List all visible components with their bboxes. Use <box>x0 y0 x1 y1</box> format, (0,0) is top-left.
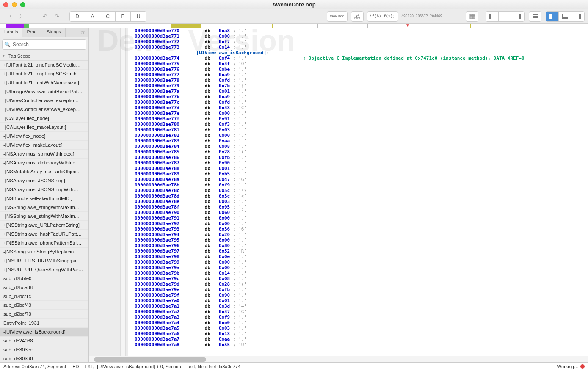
label-item[interactable]: -[UIViewController setAwe_excep… <box>0 105 88 114</box>
asm-line[interactable]: 000000000d3ae772 db 0xf7 ; '.' <box>135 39 588 45</box>
label-item[interactable]: sub_d5303d0 <box>0 354 88 362</box>
asm-line[interactable]: 000000000d3ae789 db 0xb5 ; '.' <box>135 171 588 177</box>
label-item[interactable]: -[CALayer flex_node] <box>0 114 88 123</box>
asm-line[interactable]: 000000000d3ae786 db 0xfb ; '.' <box>135 155 588 160</box>
asm-line[interactable]: 000000000d3ae78a db 0x47 ; 'G' <box>135 177 588 182</box>
asm-line[interactable]: 000000000d3ae780 db 0xf3 ; '.' <box>135 122 588 127</box>
asm-line[interactable]: 000000000d3ae78f db 0x95 ; '.' <box>135 204 588 210</box>
label-item[interactable]: -[NSBundle setFakedBundleID:] <box>0 194 88 203</box>
asm-line[interactable]: 000000000d3ae78b db 0xf9 ; '.' <box>135 182 588 188</box>
forward-button[interactable]: 〉 <box>16 11 28 22</box>
label-item[interactable]: -[UIView awe_isBackground] <box>0 328 88 337</box>
label-item[interactable]: sub_d5303cc <box>0 345 88 354</box>
favorites-button[interactable]: ☆ <box>77 28 88 37</box>
asm-line[interactable]: 000000000d3ae77d db 0x43 ; 'C' <box>135 105 588 111</box>
asm-line[interactable]: 000000000d3ae781 db 0x03 ; '.' <box>135 127 588 133</box>
label-item[interactable]: EntryPoint_1931 <box>0 319 88 328</box>
asm-line[interactable]: 000000000d3ae7a7 db 0xaa ; '.' <box>135 337 588 342</box>
layout-3[interactable] <box>511 12 524 21</box>
asm-line[interactable]: 000000000d3ae771 db 0x00 ; '.' <box>135 33 588 39</box>
asm-line[interactable]: 000000000d3ae774 db 0xf4 ; '.' ; Objecti… <box>135 56 588 61</box>
cpu-button[interactable]: ▦ <box>466 11 478 22</box>
asm-line[interactable]: 000000000d3ae77c db 0xfd ; '.' <box>135 100 588 105</box>
asm-line[interactable]: 000000000d3ae77b db 0xa9 ; '.' <box>135 94 588 100</box>
layout-2[interactable] <box>499 12 511 21</box>
label-item[interactable]: -[NSArray mus_JSONString] <box>0 176 88 185</box>
label-item[interactable]: +[UIFont tc21_fontWithName:size:] <box>0 78 88 87</box>
asm-line[interactable]: 000000000d3ae770 db 0xa8 ; '.' <box>135 28 588 33</box>
asm-line[interactable]: 000000000d3ae78d db 0x3c ; '<' <box>135 193 588 199</box>
layout-1[interactable] <box>486 12 499 21</box>
asm-line[interactable]: 000000000d3ae79e db 0xfb ; '.' <box>135 287 588 292</box>
asm-line[interactable]: 000000000d3ae773 db 0x14 ; '.' <box>135 45 588 50</box>
tag-scope[interactable]: Tag Scope <box>0 52 88 61</box>
zoom-window[interactable] <box>20 2 25 7</box>
scrollbar-thumb[interactable] <box>94 357 206 362</box>
asm-line[interactable]: 000000000d3ae793 db 0x36 ; '6' <box>135 226 588 232</box>
asm-line[interactable]: 000000000d3ae7a4 db 0xe0 ; '.' <box>135 320 588 325</box>
panel-bottom[interactable] <box>559 12 571 21</box>
asm-line[interactable]: 000000000d3ae79a db 0x00 ; '.' <box>135 265 588 270</box>
label-item[interactable]: -[NSArray mus_dictionaryWithInd… <box>0 159 88 167</box>
asm-line[interactable]: 000000000d3ae776 db 0xbe ; '.' <box>135 67 588 72</box>
undo-button[interactable]: ↶ <box>40 11 50 22</box>
close-window[interactable] <box>3 2 8 7</box>
label-item[interactable]: -[NSArray mus_JSONStringWith… <box>0 185 88 194</box>
asm-line[interactable]: 000000000d3ae797 db 0x52 ; 'R' <box>135 248 588 254</box>
label-item[interactable]: -[UIView flex_makeLayout:] <box>0 141 88 150</box>
asm-line[interactable]: -[UIView awe_isBackground]: <box>135 50 588 56</box>
asm-line[interactable]: 000000000d3ae788 db 0x01 ; '.' <box>135 166 588 171</box>
label-item[interactable]: sub_d2bcf70 <box>0 310 88 319</box>
asm-line[interactable]: 000000000d3ae79f db 0x90 ; '.' <box>135 292 588 298</box>
search-input[interactable] <box>2 39 86 50</box>
label-item[interactable]: +[UIFont tc21_pingFangSCMediu… <box>0 61 88 70</box>
asm-line[interactable]: 000000000d3ae785 db 0x28 ; '(' <box>135 149 588 155</box>
mode-u[interactable]: U <box>131 12 146 21</box>
panel-right[interactable] <box>571 12 584 21</box>
asm-line[interactable]: 000000000d3ae77e db 0x00 ; '.' <box>135 111 588 116</box>
label-item[interactable]: -[NSMutableArray mus_addObjec… <box>0 167 88 176</box>
asm-line[interactable]: 000000000d3ae790 db 0x60 ; '`' <box>135 210 588 215</box>
panel-left[interactable] <box>546 12 559 21</box>
label-item[interactable]: -[UIImageView awe_addBezierPat… <box>0 87 88 96</box>
minimap[interactable]: ▼ <box>0 24 588 28</box>
asm-line[interactable]: 000000000d3ae7a2 db 0x47 ; 'G' <box>135 309 588 314</box>
redo-button[interactable]: ↷ <box>52 11 62 22</box>
asm-line[interactable]: 000000000d3ae7a1 db 0x3d ; '=' <box>135 303 588 309</box>
asm-line[interactable]: 000000000d3ae779 db 0x7b ; '{' <box>135 83 588 89</box>
asm-line[interactable]: 000000000d3ae79c db 0x08 ; '.' <box>135 276 588 281</box>
asm-line[interactable]: 000000000d3ae777 db 0xa9 ; '.' <box>135 72 588 78</box>
label-item[interactable]: +[NSURL URLQueryStringWithPar… <box>0 265 88 274</box>
asm-line[interactable]: 000000000d3ae78e db 0x03 ; '.' <box>135 199 588 204</box>
mode-d[interactable]: D <box>70 12 85 21</box>
asm-line[interactable]: 000000000d3ae7a5 db 0x03 ; '.' <box>135 325 588 331</box>
pseudocode-button[interactable]: if(b) f(x); <box>367 11 398 22</box>
asm-line[interactable]: 000000000d3ae7a3 db 0xf9 ; '.' <box>135 314 588 320</box>
tab-proc[interactable]: Proc. <box>22 28 42 37</box>
asm-line[interactable]: 000000000d3ae799 db 0x00 ; '.' <box>135 259 588 265</box>
asm-line[interactable]: 000000000d3ae783 db 0xaa ; '.' <box>135 138 588 144</box>
asm-line[interactable]: 000000000d3ae794 db 0x20 ; ' ' <box>135 232 588 237</box>
label-item[interactable]: -[UIViewController awe_exceptio… <box>0 96 88 105</box>
label-item[interactable]: -[NSString awe_stringWithMaxim… <box>0 203 88 212</box>
minimize-window[interactable] <box>12 2 17 7</box>
tab-strings[interactable]: Strings <box>42 28 66 37</box>
disassembly-view[interactable]: 000000000d3ae770 db 0xa8 ; '.'000000000d… <box>89 28 588 362</box>
label-item[interactable]: -[NSArray mus_stringWithIndex:] <box>0 150 88 159</box>
label-item[interactable]: -[UIView flex_node] <box>0 132 88 141</box>
asm-line[interactable]: 000000000d3ae7a0 db 0x01 ; '.' <box>135 298 588 303</box>
label-item[interactable]: -[NSString safeStringByReplacin… <box>0 248 88 256</box>
movadd-button[interactable]: mov add <box>327 11 348 22</box>
label-list[interactable]: +[UIFont tc21_pingFangSCMediu…+[UIFont t… <box>0 61 88 362</box>
asm-line[interactable]: 000000000d3ae782 db 0x00 ; '.' <box>135 133 588 138</box>
back-button[interactable]: 〈 <box>3 11 15 22</box>
label-item[interactable]: -[NSString awe_stringWithMaxim… <box>0 212 88 221</box>
label-item[interactable]: +[NSString awe_URLPatternString] <box>0 221 88 230</box>
asm-line[interactable]: 000000000d3ae798 db 0x0e ; '.' <box>135 254 588 259</box>
graph-button[interactable] <box>351 11 364 22</box>
asm-line[interactable]: 000000000d3ae79b db 0x14 ; '.' <box>135 270 588 276</box>
asm-line[interactable]: 000000000d3ae7a6 db 0x13 ; '.' <box>135 331 588 337</box>
asm-line[interactable]: 000000000d3ae792 db 0x00 ; '.' <box>135 221 588 226</box>
asm-line[interactable]: 000000000d3ae7a8 db 0x55 ; 'U' <box>135 342 588 348</box>
tab-labels[interactable]: Labels <box>0 28 22 37</box>
